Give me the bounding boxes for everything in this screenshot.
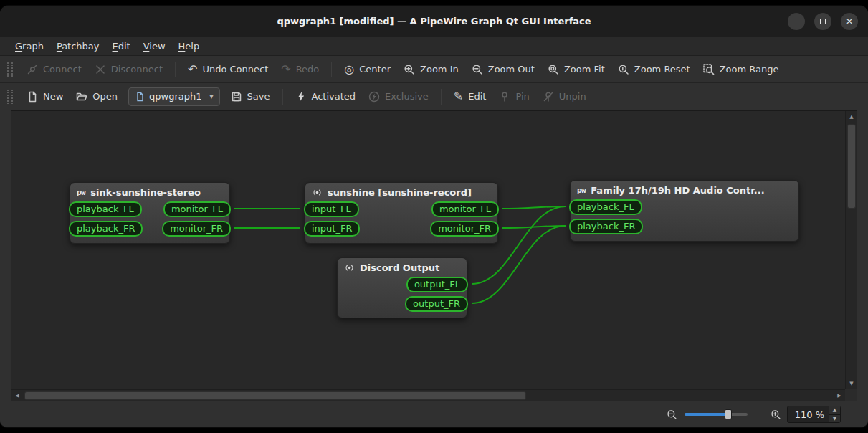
disconnect-icon <box>95 64 106 75</box>
zoom-in-button[interactable]: Zoom In <box>398 60 464 79</box>
toolbar-separator <box>331 62 332 77</box>
window-title: qpwgraph1 [modified] — A PipeWire Graph … <box>0 6 868 37</box>
title-bar[interactable]: qpwgraph1 [modified] — A PipeWire Graph … <box>0 6 868 37</box>
zoom-slider[interactable] <box>685 409 748 420</box>
zoom-in-icon <box>404 64 415 75</box>
scroll-down-arrow[interactable]: ▼ <box>846 378 857 389</box>
zoom-spinbox[interactable]: 110 % ▲ ▼ <box>787 406 841 423</box>
toolbar-drag-handle[interactable] <box>7 62 13 77</box>
window-controls: – ✕ <box>788 13 858 30</box>
graph-viewport: pw sink-sunshine-stereo playback_FL play… <box>11 110 857 401</box>
menu-view[interactable]: View <box>137 39 172 54</box>
wire-discord-outputFL-to-family-playbackFL[interactable] <box>472 206 566 284</box>
menu-edit[interactable]: Edit <box>106 39 137 54</box>
close-icon: ✕ <box>846 17 853 26</box>
zoom-reset-icon <box>618 64 629 75</box>
redo-button[interactable]: ↷ Redo <box>275 60 325 79</box>
new-button[interactable]: New <box>21 87 69 106</box>
center-icon: ◎ <box>344 64 354 75</box>
undo-connect-button[interactable]: ↶ Undo Connect <box>182 60 274 79</box>
toolbar-separator <box>175 62 176 77</box>
zoom-out-icon <box>472 64 483 75</box>
unpin-button[interactable]: Unpin <box>537 87 592 106</box>
vertical-scrollbar[interactable]: ▲ ▼ <box>845 111 857 389</box>
save-button[interactable]: Save <box>225 87 276 106</box>
undo-icon: ↶ <box>188 64 197 75</box>
minimize-icon: – <box>794 17 798 26</box>
new-file-icon <box>27 91 38 103</box>
disconnect-button[interactable]: Disconnect <box>89 60 168 79</box>
toolbar-drag-handle[interactable] <box>7 90 13 104</box>
toolbar-separator <box>441 89 442 105</box>
save-icon <box>231 91 242 103</box>
redo-icon: ↷ <box>281 64 290 75</box>
pin-button[interactable]: Pin <box>493 87 535 106</box>
chevron-down-icon: ▾ <box>210 92 214 100</box>
maximize-icon <box>820 19 826 24</box>
app-window: qpwgraph1 [modified] — A PipeWire Graph … <box>0 6 868 427</box>
spin-buttons: ▲ ▼ <box>829 406 840 422</box>
scroll-right-arrow[interactable]: ▶ <box>834 390 845 401</box>
maximize-button[interactable] <box>814 13 831 30</box>
file-icon <box>135 92 145 102</box>
zoom-slider-handle[interactable] <box>725 409 732 419</box>
edit-button[interactable]: ✎ Edit <box>448 87 492 106</box>
activated-bolt-icon <box>295 91 307 103</box>
zoom-out-small-icon <box>667 409 677 420</box>
activated-toggle[interactable]: Activated <box>290 87 362 106</box>
center-button[interactable]: ◎ Center <box>338 60 396 79</box>
menu-patchbay[interactable]: Patchbay <box>50 39 106 54</box>
status-bar: 110 % ▲ ▼ <box>0 401 868 427</box>
menu-help[interactable]: Help <box>172 39 206 54</box>
zoom-in-small-icon <box>771 409 781 420</box>
zoom-fit-icon <box>548 64 559 75</box>
vertical-scrollbar-thumb[interactable] <box>847 124 856 209</box>
patchbay-toolbar: New Open qpwgraph1 ▾ Save <box>0 83 868 110</box>
spin-down-button[interactable]: ▼ <box>829 414 840 423</box>
scroll-left-arrow[interactable]: ◀ <box>11 390 23 401</box>
spin-up-button[interactable]: ▲ <box>829 406 840 414</box>
zoom-value: 110 % <box>788 409 829 420</box>
toolbar-separator <box>282 89 283 105</box>
minimize-button[interactable]: – <box>788 13 805 30</box>
scroll-up-arrow[interactable]: ▲ <box>846 111 857 123</box>
open-button[interactable]: Open <box>70 87 123 106</box>
graph-toolbar: Connect Disconnect ↶ Undo Connect ↷ Redo… <box>0 56 868 83</box>
pin-icon <box>499 91 510 103</box>
scrollbar-corner <box>845 389 857 401</box>
close-button[interactable]: ✕ <box>841 13 858 30</box>
graph-canvas[interactable]: pw sink-sunshine-stereo playback_FL play… <box>11 111 845 389</box>
unpin-icon <box>543 91 554 103</box>
exclusive-bolt-icon <box>368 91 380 103</box>
zoom-slider-fill <box>685 413 728 416</box>
connect-button[interactable]: Connect <box>21 60 87 79</box>
wire-discord-outputFR-to-family-playbackFR[interactable] <box>472 226 566 303</box>
menu-bar: Graph Patchbay Edit View Help <box>0 37 868 56</box>
patchbay-file-combobox[interactable]: qpwgraph1 ▾ <box>128 87 220 106</box>
horizontal-scrollbar[interactable]: ◀ ▶ <box>11 389 845 401</box>
connect-icon <box>27 64 38 75</box>
menu-graph[interactable]: Graph <box>9 39 50 54</box>
edit-pencil-icon: ✎ <box>454 91 463 103</box>
combobox-value: qpwgraph1 <box>149 91 201 102</box>
zoom-range-button[interactable]: Zoom Range <box>697 60 785 79</box>
open-folder-icon <box>76 91 87 103</box>
zoom-fit-button[interactable]: Zoom Fit <box>542 60 611 79</box>
zoom-range-icon <box>703 64 715 75</box>
connection-layer <box>11 111 845 389</box>
zoom-reset-button[interactable]: Zoom Reset <box>612 60 696 79</box>
horizontal-scrollbar-thumb[interactable] <box>24 391 526 400</box>
exclusive-toggle[interactable]: Exclusive <box>363 87 434 106</box>
zoom-out-button[interactable]: Zoom Out <box>466 60 540 79</box>
